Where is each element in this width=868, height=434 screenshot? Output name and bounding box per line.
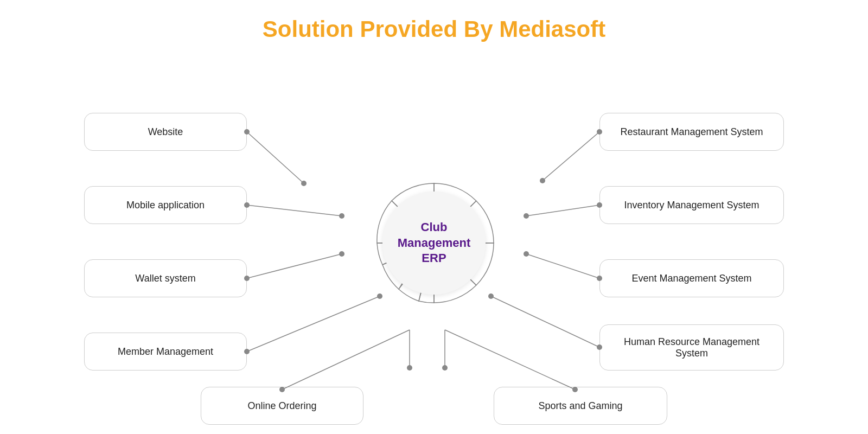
svg-point-5 (339, 213, 344, 219)
diagram: Website Mobile application Wallet system… (0, 53, 868, 433)
svg-line-15 (526, 205, 599, 216)
center-circle: Club Management ERP (382, 192, 486, 295)
svg-line-21 (491, 296, 599, 347)
svg-line-28 (445, 330, 575, 390)
svg-point-27 (407, 365, 412, 371)
box-inventory: Inventory Management System (599, 186, 784, 224)
svg-line-3 (247, 205, 342, 216)
page-title: Solution Provided By Mediasoft (263, 16, 605, 42)
svg-point-14 (540, 178, 545, 183)
box-restaurant: Restaurant Management System (599, 113, 784, 151)
box-event: Event Management System (599, 259, 784, 297)
svg-line-6 (247, 254, 342, 278)
box-sports: Sports and Gaming (494, 387, 667, 425)
box-mobile: Mobile application (84, 186, 247, 224)
center-text: Club Management ERP (398, 220, 470, 266)
box-member: Member Management (84, 333, 247, 371)
svg-line-0 (247, 132, 304, 183)
svg-point-31 (442, 365, 448, 371)
svg-line-9 (247, 296, 380, 352)
svg-point-2 (301, 181, 307, 186)
svg-point-8 (339, 251, 344, 257)
svg-point-17 (524, 213, 529, 219)
box-wallet: Wallet system (84, 259, 247, 297)
box-online: Online Ordering (201, 387, 363, 425)
svg-line-12 (542, 132, 599, 181)
box-website: Website (84, 113, 247, 151)
svg-line-24 (282, 330, 410, 390)
svg-point-20 (524, 251, 529, 257)
box-hrms: Human Resource Management System (599, 324, 784, 371)
svg-line-18 (526, 254, 599, 278)
